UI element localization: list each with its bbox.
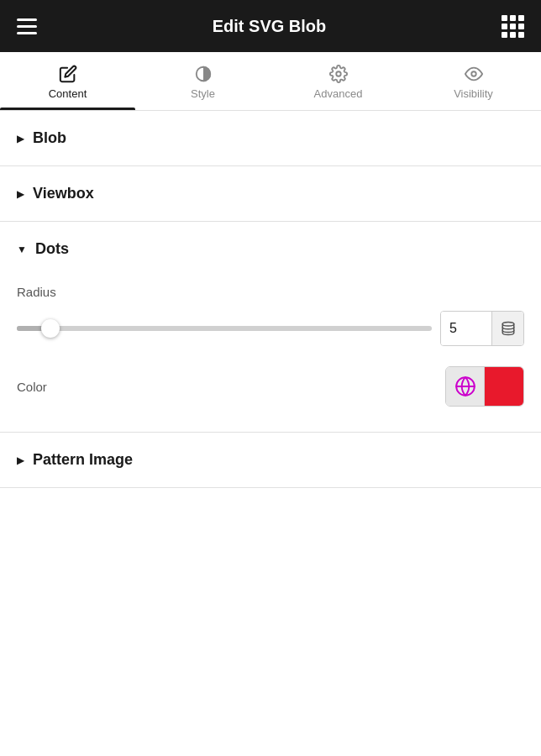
- tab-style-label: Style: [191, 87, 215, 100]
- radius-input-group: [440, 311, 524, 346]
- dots-section-header[interactable]: Dots: [0, 222, 541, 276]
- global-color-button[interactable]: [446, 367, 485, 406]
- dots-section-content: Radius: [0, 276, 541, 432]
- viewbox-section-header[interactable]: Viewbox: [0, 166, 541, 221]
- pattern-image-section: Pattern Image: [0, 433, 541, 488]
- pattern-image-chevron-icon: [17, 454, 24, 466]
- tab-advanced[interactable]: Advanced: [270, 52, 406, 110]
- dots-section: Dots Radius: [0, 222, 541, 433]
- tab-content-label: Content: [49, 87, 87, 100]
- svg-point-1: [336, 71, 341, 76]
- color-label: Color: [17, 380, 47, 394]
- slider-thumb[interactable]: [41, 319, 60, 338]
- pencil-icon: [58, 64, 78, 84]
- page-title: Edit SVG Blob: [213, 17, 327, 36]
- color-swatch[interactable]: [485, 367, 523, 406]
- svg-point-2: [471, 71, 476, 76]
- radius-input[interactable]: [441, 312, 491, 345]
- tab-style[interactable]: Style: [135, 52, 270, 110]
- eye-icon: [464, 64, 484, 84]
- viewbox-chevron-icon: [17, 188, 24, 200]
- radius-slider-row: [17, 311, 524, 346]
- svg-point-3: [502, 323, 514, 327]
- stack-icon-button[interactable]: [491, 312, 523, 345]
- blob-section-title: Blob: [33, 129, 66, 147]
- tab-content[interactable]: Content: [0, 52, 135, 110]
- slider-track: [17, 326, 432, 331]
- tab-visibility[interactable]: Visibility: [406, 52, 541, 110]
- blob-section: Blob: [0, 111, 541, 166]
- radius-slider[interactable]: [17, 320, 432, 337]
- blob-section-header[interactable]: Blob: [0, 111, 541, 165]
- hamburger-menu-button[interactable]: [17, 18, 37, 34]
- half-circle-icon: [193, 64, 213, 84]
- color-controls: [445, 366, 524, 407]
- tab-bar: Content Style Advanced Visibility: [0, 52, 541, 111]
- viewbox-section: Viewbox: [0, 166, 541, 222]
- pattern-image-section-header[interactable]: Pattern Image: [0, 433, 541, 487]
- radius-label: Radius: [17, 285, 524, 299]
- apps-grid-button[interactable]: [502, 15, 524, 38]
- blob-chevron-icon: [17, 133, 24, 144]
- pattern-image-section-title: Pattern Image: [33, 451, 133, 469]
- tab-visibility-label: Visibility: [454, 87, 493, 100]
- viewbox-section-title: Viewbox: [33, 185, 94, 202]
- dots-chevron-icon: [17, 244, 27, 255]
- app-header: Edit SVG Blob: [0, 0, 541, 52]
- gear-icon: [328, 64, 349, 84]
- dots-section-title: Dots: [35, 240, 69, 258]
- tab-advanced-label: Advanced: [314, 87, 363, 100]
- color-row: Color: [17, 366, 524, 407]
